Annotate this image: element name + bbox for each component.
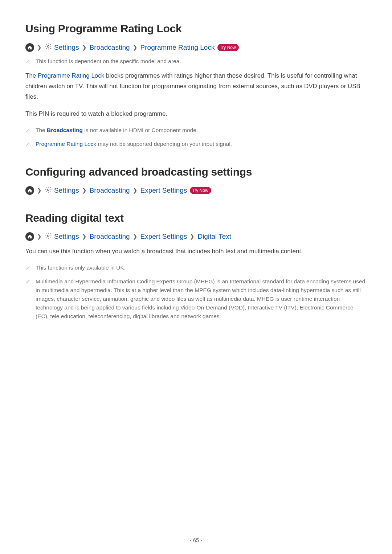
pencil-icon (25, 58, 30, 66)
chevron-right-icon: ❯ (133, 187, 138, 194)
heading-advanced-broadcasting: Configuring advanced broadcasting settin… (25, 166, 367, 178)
section-digital-text: Reading digital text ❯ Settings ❯ Broadc… (25, 212, 367, 321)
inline-link[interactable]: Broadcasting (47, 127, 83, 133)
try-now-badge[interactable]: Try Now (217, 44, 238, 51)
home-icon (25, 232, 34, 241)
note-text: The Broadcasting is not available in HDM… (36, 126, 198, 135)
note-item: This function is only available in UK. (25, 263, 367, 273)
breadcrumb-item[interactable]: Settings (54, 186, 79, 194)
note-item: The Broadcasting is not available in HDM… (25, 126, 367, 135)
breadcrumb: ❯ Settings ❯ Broadcasting ❯ Programme Ra… (25, 43, 367, 52)
pencil-icon (25, 140, 30, 149)
chevron-right-icon: ❯ (133, 233, 138, 240)
breadcrumb-item[interactable]: Settings (54, 44, 79, 52)
breadcrumb: ❯ Settings ❯ Broadcasting ❯ Expert Setti… (25, 232, 367, 241)
breadcrumb-item[interactable]: Expert Settings (140, 233, 187, 241)
home-icon (25, 186, 34, 195)
chevron-right-icon: ❯ (37, 44, 42, 51)
breadcrumb-item[interactable]: Digital Text (197, 233, 231, 241)
body-paragraph: You can use this function when you watch… (25, 246, 367, 257)
chevron-right-icon: ❯ (37, 233, 42, 240)
gear-icon (45, 43, 52, 52)
svg-point-2 (48, 235, 49, 237)
gear-icon (45, 186, 52, 195)
chevron-right-icon: ❯ (82, 44, 87, 51)
note-item: Multimedia and Hypermedia Information Co… (25, 277, 367, 321)
pencil-icon (25, 278, 30, 287)
note-text: Multimedia and Hypermedia Information Co… (36, 277, 367, 321)
chevron-right-icon: ❯ (133, 44, 138, 51)
inline-link[interactable]: Programme Rating Lock (36, 141, 96, 147)
breadcrumb-item[interactable]: Settings (54, 233, 79, 241)
pencil-icon (25, 264, 30, 273)
breadcrumb-item[interactable]: Broadcasting (90, 233, 130, 241)
note-item: This function is dependent on the specif… (25, 57, 367, 66)
breadcrumb-item[interactable]: Expert Settings (140, 186, 187, 194)
chevron-right-icon: ❯ (82, 187, 87, 194)
chevron-right-icon: ❯ (82, 233, 87, 240)
heading-digital-text: Reading digital text (25, 212, 367, 224)
home-icon (25, 43, 34, 52)
note-text: This function is dependent on the specif… (36, 57, 181, 66)
gear-icon (45, 232, 52, 241)
chevron-right-icon: ❯ (37, 187, 42, 194)
breadcrumb-item[interactable]: Broadcasting (90, 186, 130, 194)
body-paragraph: The Programme Rating Lock blocks program… (25, 71, 367, 102)
section-programme-rating-lock: Using Programme Rating Lock ❯ Settings ❯… (25, 22, 367, 149)
section-advanced-broadcasting: Configuring advanced broadcasting settin… (25, 166, 367, 195)
note-item: Programme Rating Lock may not be support… (25, 140, 367, 149)
try-now-badge[interactable]: Try Now (190, 187, 211, 194)
svg-point-1 (48, 189, 49, 190)
heading-programme-rating: Using Programme Rating Lock (25, 22, 367, 35)
note-text: This function is only available in UK. (36, 263, 126, 272)
breadcrumb-item[interactable]: Broadcasting (90, 44, 130, 52)
body-paragraph: This PIN is required to watch a blocked … (25, 109, 367, 119)
svg-point-0 (48, 46, 49, 48)
chevron-right-icon: ❯ (190, 233, 195, 240)
pencil-icon (25, 127, 30, 135)
inline-link[interactable]: Programme Rating Lock (38, 72, 104, 79)
breadcrumb: ❯ Settings ❯ Broadcasting ❯ Expert Setti… (25, 186, 367, 195)
breadcrumb-item[interactable]: Programme Rating Lock (140, 44, 215, 52)
page-number: - 65 - (0, 537, 392, 543)
note-text: Programme Rating Lock may not be support… (36, 140, 232, 148)
